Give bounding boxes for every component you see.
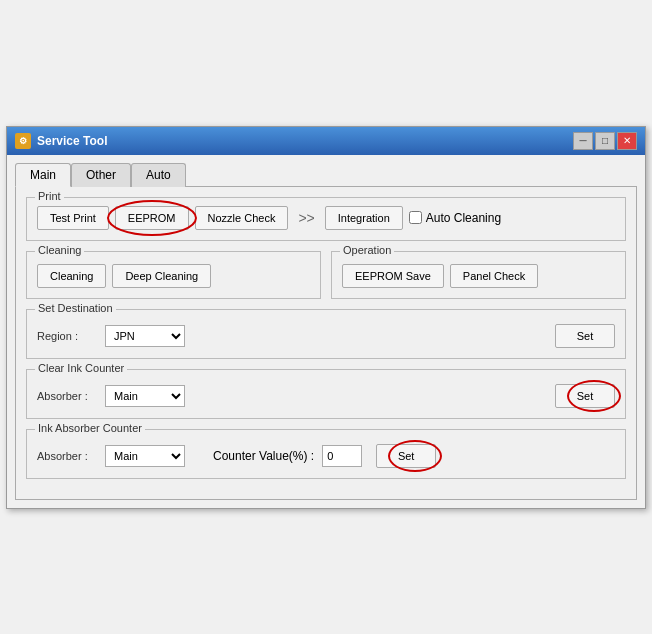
set-destination-label: Set Destination [35, 302, 116, 314]
test-print-button[interactable]: Test Print [37, 206, 109, 230]
tab-main[interactable]: Main [15, 163, 71, 187]
cleaning-operation-row: Cleaning Cleaning Deep Cleaning Operatio… [26, 251, 626, 299]
window-title: Service Tool [37, 134, 107, 148]
clear-ink-counter-label: Clear Ink Counter [35, 362, 127, 374]
app-icon: ⚙ [15, 133, 31, 149]
deep-cleaning-button[interactable]: Deep Cleaning [112, 264, 211, 288]
print-section-label: Print [35, 190, 64, 202]
eeprom-button[interactable]: EEPROM [115, 206, 189, 230]
title-bar-left: ⚙ Service Tool [15, 133, 107, 149]
window-body: Main Other Auto Print Test Print EEPROM … [7, 155, 645, 508]
main-content: Print Test Print EEPROM Nozzle Check >> … [15, 186, 637, 500]
absorber-row-2: Absorber : Main Sub Counter Value(%) : S… [37, 444, 615, 468]
main-window: ⚙ Service Tool ─ □ ✕ Main Other Auto Pri… [6, 126, 646, 509]
nozzle-check-button[interactable]: Nozzle Check [195, 206, 289, 230]
cleaning-section: Cleaning Cleaning Deep Cleaning [26, 251, 321, 299]
operation-section: Operation EEPROM Save Panel Check [331, 251, 626, 299]
restore-button[interactable]: □ [595, 132, 615, 150]
print-section: Print Test Print EEPROM Nozzle Check >> … [26, 197, 626, 241]
region-select[interactable]: JPN USA EUR [105, 325, 185, 347]
close-button[interactable]: ✕ [617, 132, 637, 150]
eeprom-wrapper: EEPROM [115, 206, 189, 230]
operation-btn-group: EEPROM Save Panel Check [342, 264, 615, 288]
operation-section-label: Operation [340, 244, 394, 256]
cleaning-section-label: Cleaning [35, 244, 84, 256]
panel-check-button[interactable]: Panel Check [450, 264, 538, 288]
arrow-button[interactable]: >> [294, 210, 318, 226]
integration-button[interactable]: Integration [325, 206, 403, 230]
cleaning-btn-group: Cleaning Deep Cleaning [37, 264, 310, 288]
title-bar: ⚙ Service Tool ─ □ ✕ [7, 127, 645, 155]
absorber-label-2: Absorber : [37, 450, 97, 462]
auto-cleaning-checkbox[interactable] [409, 211, 422, 224]
absorber-row-1: Absorber : Main Sub Set [37, 384, 615, 408]
eeprom-save-button[interactable]: EEPROM Save [342, 264, 444, 288]
set-destination-section: Set Destination Region : JPN USA EUR Set [26, 309, 626, 359]
region-row: Region : JPN USA EUR Set [37, 324, 615, 348]
auto-cleaning-checkbox-row: Auto Cleaning [409, 211, 501, 225]
absorber-select-2[interactable]: Main Sub [105, 445, 185, 467]
counter-value-label: Counter Value(%) : [213, 449, 314, 463]
tab-bar: Main Other Auto [15, 163, 637, 187]
title-controls: ─ □ ✕ [573, 132, 637, 150]
auto-cleaning-label: Auto Cleaning [426, 211, 501, 225]
minimize-button[interactable]: ─ [573, 132, 593, 150]
absorber-select-1[interactable]: Main Sub [105, 385, 185, 407]
absorber-label-1: Absorber : [37, 390, 97, 402]
set-ink-counter-button[interactable]: Set [555, 384, 615, 408]
print-row: Test Print EEPROM Nozzle Check >> Integr… [37, 206, 615, 230]
set-destination-button[interactable]: Set [555, 324, 615, 348]
region-label: Region : [37, 330, 97, 342]
clear-ink-counter-section: Clear Ink Counter Absorber : Main Sub Se… [26, 369, 626, 419]
tab-other[interactable]: Other [71, 163, 131, 187]
set-absorber-counter-button[interactable]: Set [376, 444, 436, 468]
cleaning-button[interactable]: Cleaning [37, 264, 106, 288]
tab-auto[interactable]: Auto [131, 163, 186, 187]
counter-value-input[interactable] [322, 445, 362, 467]
ink-absorber-counter-label: Ink Absorber Counter [35, 422, 145, 434]
ink-absorber-counter-section: Ink Absorber Counter Absorber : Main Sub… [26, 429, 626, 479]
